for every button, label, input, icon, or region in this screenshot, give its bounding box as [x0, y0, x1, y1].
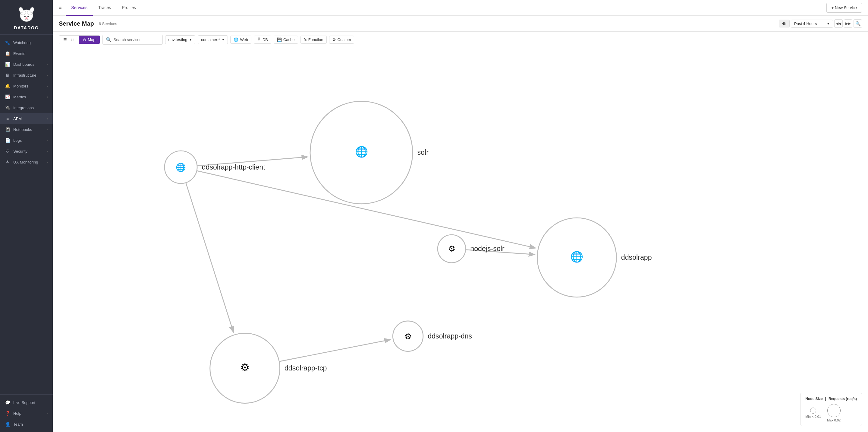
node-label-ddsolrapp: ddsolrapp	[621, 253, 652, 261]
tab-traces[interactable]: Traces	[93, 0, 116, 16]
sidebar-icon-apm: ≡	[5, 116, 10, 121]
sidebar-icon-notebooks: 📓	[5, 127, 10, 132]
sidebar-item-live-support[interactable]: 💬 Live Support	[0, 397, 53, 408]
sidebar-icon-security: 🛡	[5, 149, 10, 153]
sidebar-label-logs: Logs	[13, 138, 44, 143]
sidebar-item-apm[interactable]: ≡ APM ›	[0, 113, 53, 124]
tab-services[interactable]: Services	[66, 0, 93, 16]
time-range-select[interactable]: Past 4 Hours ▼	[791, 20, 833, 28]
sidebar-item-metrics[interactable]: 📈 Metrics ›	[0, 91, 53, 102]
sidebar-item-monitors[interactable]: 🔔 Monitors ›	[0, 81, 53, 91]
env-filter-label: env:testing	[168, 37, 187, 42]
main-content: ≡ ServicesTracesProfiles + New Service S…	[53, 0, 868, 432]
sidebar-label-monitors: Monitors	[13, 84, 44, 88]
edge-ddsolrapp-tcp-ddsolrapp-dns	[279, 340, 390, 362]
sidebar-item-dashboards[interactable]: 📊 Dashboards ›	[0, 59, 53, 70]
sidebar-label-metrics: Metrics	[13, 95, 44, 99]
sidebar-label-apm: APM	[13, 116, 44, 121]
container-filter-dropdown[interactable]: container:* ▼	[198, 35, 228, 44]
time-forward-button[interactable]: ▶▶	[844, 19, 852, 28]
topbar: ≡ ServicesTracesProfiles + New Service	[53, 0, 868, 16]
map-icon: ⊙	[83, 37, 86, 42]
sidebar-item-logs[interactable]: 📄 Logs ›	[0, 135, 53, 146]
node-label-ddsolrapp-tcp: ddsolrapp-tcp	[284, 364, 327, 372]
service-map-canvas: 🌐ddsolrapp-http-client🌐solr⚙nodejs-solr🌐…	[53, 48, 868, 432]
svg-point-3	[24, 16, 26, 17]
node-ddsolrapp[interactable]: 🌐ddsolrapp	[537, 218, 652, 297]
node-label-nodejs-solr: nodejs-solr	[470, 244, 504, 253]
time-back-button[interactable]: ◀◀	[834, 19, 843, 28]
legend-circles: Min < 0.01 Max 0.02	[805, 404, 857, 422]
filter-chip-cache[interactable]: 💾Cache	[274, 36, 298, 44]
function-label: Function	[308, 37, 323, 42]
filter-chip-custom[interactable]: ⚙Custom	[329, 36, 354, 44]
new-service-button[interactable]: + New Service	[827, 3, 862, 13]
node-ddsolrapp-http-client[interactable]: 🌐ddsolrapp-http-client	[164, 151, 265, 183]
node-ddsolrapp-tcp[interactable]: ⚙ddsolrapp-tcp	[210, 333, 327, 403]
topbar-tabs: ServicesTracesProfiles	[66, 0, 826, 16]
sidebar-item-integrations[interactable]: 🔌 Integrations	[0, 102, 53, 113]
sidebar-icon-live-support: 💬	[5, 400, 10, 405]
legend-metric: Requests (req/s)	[829, 397, 857, 401]
sidebar-label-help: Help	[13, 411, 44, 416]
sidebar-item-ux-monitoring[interactable]: 👁 UX Monitoring ›	[0, 156, 53, 167]
datadog-logo-icon	[18, 5, 36, 24]
list-label: List	[68, 37, 74, 42]
node-solr[interactable]: 🌐solr	[310, 102, 429, 204]
list-view-button[interactable]: ☰ List	[59, 36, 79, 44]
search-button[interactable]: 🔍	[854, 19, 862, 28]
env-filter-dropdown[interactable]: env:testing ▼	[165, 35, 195, 44]
legend-max-circle	[827, 404, 841, 417]
filter-chip-db[interactable]: 🗄DB	[254, 36, 271, 44]
sidebar-item-help[interactable]: ❓ Help ›	[0, 408, 53, 419]
svg-point-5	[25, 17, 28, 19]
sidebar: DATADOG 🐾 Watchdog 📋 Events 📊 Dashboards…	[0, 0, 53, 432]
sidebar-icon-events: 📋	[5, 51, 10, 56]
edge-ddsolrapp-http-client-ddsolrapp-tcp	[186, 183, 233, 332]
chevron-icon: ›	[47, 139, 48, 142]
sidebar-label-security: Security	[13, 149, 44, 153]
map-view-button[interactable]: ⊙ Map	[79, 36, 99, 44]
search-input[interactable]	[114, 37, 159, 42]
sidebar-icon-team: 👤	[5, 422, 10, 427]
chevron-icon: ›	[47, 74, 48, 77]
sidebar-item-notebooks[interactable]: 📓 Notebooks ›	[0, 124, 53, 135]
chevron-icon: ›	[47, 412, 48, 415]
filter-chip-function[interactable]: fxFunction	[301, 36, 327, 44]
env-chevron-icon: ▼	[189, 38, 192, 41]
function-icon: fx	[304, 37, 307, 42]
sidebar-label-infrastructure: Infrastructure	[13, 73, 44, 78]
sidebar-nav: 🐾 Watchdog 📋 Events 📊 Dashboards › 🖥 Inf…	[0, 35, 53, 394]
sidebar-icon-ux-monitoring: 👁	[5, 160, 10, 165]
sidebar-label-notebooks: Notebooks	[13, 127, 44, 132]
sidebar-item-infrastructure[interactable]: 🖥 Infrastructure ›	[0, 70, 53, 81]
sidebar-icon-watchdog: 🐾	[5, 40, 10, 45]
sidebar-label-dashboards: Dashboards	[13, 62, 44, 67]
sidebar-label-watchdog: Watchdog	[13, 40, 48, 45]
chevron-down-icon: ▼	[827, 22, 830, 25]
node-icon-nodejs-solr: ⚙	[448, 244, 456, 253]
legend-separator: |	[825, 397, 826, 401]
sidebar-item-watchdog[interactable]: 🐾 Watchdog	[0, 37, 53, 48]
svg-point-4	[27, 16, 29, 17]
legend-title: Node Size | Requests (req/s)	[805, 397, 857, 401]
search-box[interactable]: 🔍	[102, 35, 163, 45]
filter-chip-web[interactable]: 🌐Web	[230, 36, 251, 44]
sidebar-icon-logs: 📄	[5, 138, 10, 143]
sidebar-icon-infrastructure: 🖥	[5, 73, 10, 78]
node-icon-solr: 🌐	[355, 145, 368, 158]
node-icon-ddsolrapp-dns: ⚙	[404, 332, 412, 341]
legend: Node Size | Requests (req/s) Min < 0.01 …	[800, 393, 862, 426]
container-chevron-icon: ▼	[221, 38, 224, 41]
list-icon: ☰	[63, 37, 67, 42]
sidebar-item-security[interactable]: 🛡 Security ›	[0, 146, 53, 156]
sidebar-item-events[interactable]: 📋 Events	[0, 48, 53, 59]
tab-profiles[interactable]: Profiles	[116, 0, 141, 16]
chevron-icon: ›	[47, 128, 48, 131]
sidebar-brand-label: DATADOG	[14, 25, 39, 30]
sidebar-label-team: Team	[13, 422, 48, 427]
node-ddsolrapp-dns[interactable]: ⚙ddsolrapp-dns	[393, 321, 472, 351]
search-icon: 🔍	[106, 37, 112, 42]
sidebar-item-team[interactable]: 👤 Team	[0, 419, 53, 430]
page-title: Service Map	[59, 20, 94, 27]
